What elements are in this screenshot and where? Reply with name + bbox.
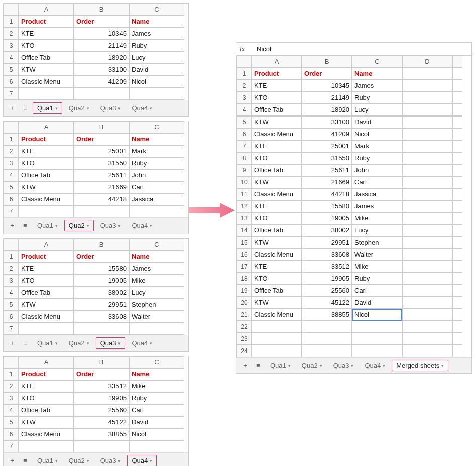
header-order[interactable]: Order [302,68,352,80]
add-sheet-button[interactable]: + [7,457,18,464]
cell-product[interactable]: KTO [252,152,302,164]
row-header[interactable]: 6 [4,311,19,323]
sheet-tab-qua3[interactable]: Qua3▾ [96,337,126,349]
cell-name[interactable]: Stephen [352,237,402,249]
cell-product[interactable]: KTO [19,40,74,52]
empty-cell[interactable] [402,261,452,273]
empty-cell[interactable] [402,176,452,188]
col-header-B[interactable]: B [74,4,129,16]
cell-order[interactable]: 33512 [74,380,129,392]
empty-cell[interactable] [452,261,462,273]
row-header[interactable]: 7 [4,205,19,217]
row-header[interactable]: 10 [236,176,252,188]
col-header-A[interactable]: A [252,56,302,68]
cell-order[interactable]: 44218 [302,188,352,200]
sheet-tab-qua1[interactable]: Qua1▾ [33,455,62,466]
cell-order[interactable]: 33608 [74,311,129,323]
cell-order[interactable]: 33512 [302,261,352,273]
cell-product[interactable]: Classic Menu [252,188,302,200]
empty-cell[interactable] [252,345,302,357]
sheet-tab-qua4[interactable]: Qua4▾ [127,102,157,114]
row-header[interactable]: 23 [236,333,252,345]
chevron-down-icon[interactable]: ▾ [87,341,89,346]
row-header[interactable]: 3 [4,157,19,169]
sheet-tab-qua2[interactable]: Qua2▾ [64,102,94,114]
row-header[interactable]: 6 [4,193,19,205]
col-header-A[interactable]: A [19,121,74,133]
cell-order[interactable]: 19905 [302,273,352,285]
row-header[interactable]: 11 [236,188,252,200]
cell-order[interactable]: 18920 [74,52,129,64]
cell-name[interactable]: Lucy [352,224,402,237]
cell-product[interactable]: Office Tab [252,104,302,116]
empty-cell[interactable] [402,128,452,140]
cell-product[interactable]: KTO [19,275,74,287]
row-header[interactable]: 1 [4,368,19,380]
empty-cell[interactable] [452,68,462,80]
empty-cell[interactable] [452,224,462,237]
row-header[interactable]: 19 [236,285,252,297]
cell-name[interactable]: John [352,164,402,176]
empty-cell[interactable] [402,92,452,104]
cell-name[interactable]: Jassica [129,193,184,205]
header-order[interactable]: Order [74,251,129,263]
cell-product[interactable]: KTE [19,28,74,40]
col-header-B[interactable]: B [74,121,129,133]
cell-name[interactable]: James [352,200,402,212]
row-header[interactable]: 7 [236,140,252,152]
cell-name[interactable]: David [129,64,184,76]
cell-product[interactable]: Office Tab [252,285,302,297]
cell-name[interactable]: Ruby [129,40,184,52]
sheet-tab-qua2[interactable]: Qua2▾ [64,337,94,349]
sheet-tab-qua3[interactable]: Qua3▾ [329,360,359,371]
empty-cell[interactable] [402,164,452,176]
cell-name[interactable]: Ruby [352,273,402,285]
empty-cell[interactable] [452,188,462,200]
col-header-B[interactable]: B [74,239,129,251]
cell-order[interactable]: 29951 [302,237,352,249]
chevron-down-icon[interactable]: ▾ [150,341,152,346]
chevron-down-icon[interactable]: ▾ [118,341,121,346]
chevron-down-icon[interactable]: ▾ [150,106,152,111]
row-header[interactable]: 4 [4,404,19,416]
row-header[interactable]: 7 [4,323,19,335]
cell-product[interactable]: KTE [252,200,302,212]
empty-cell[interactable] [352,345,402,357]
chevron-down-icon[interactable]: ▾ [87,223,89,228]
row-header[interactable]: 22 [236,321,252,333]
cell-product[interactable]: KTW [252,116,302,128]
empty-cell[interactable] [452,92,462,104]
col-header-A[interactable]: A [19,356,74,368]
cell-product[interactable]: KTW [19,181,74,193]
cell-order[interactable]: 10345 [74,28,129,40]
row-header[interactable]: 4 [236,104,252,116]
col-header-B[interactable]: B [74,356,129,368]
cell-name[interactable]: Nicol [352,309,402,321]
add-sheet-button[interactable]: + [7,339,18,347]
corner-cell[interactable] [4,239,19,251]
empty-cell[interactable] [19,88,74,100]
cell-product[interactable]: KTW [252,297,302,309]
row-header[interactable]: 24 [236,345,252,357]
cell-order[interactable]: 33608 [302,249,352,261]
row-header[interactable]: 20 [236,297,252,309]
cell-name[interactable]: Mike [129,380,184,392]
sheet-tab-qua3[interactable]: Qua3▾ [96,220,126,231]
empty-cell[interactable] [402,345,452,357]
cell-name[interactable]: David [352,297,402,309]
empty-cell[interactable] [302,321,352,333]
sheet-tab-qua2[interactable]: Qua2▾ [297,360,327,371]
cell-product[interactable]: Classic Menu [19,311,74,323]
cell-order[interactable]: 25001 [74,145,129,157]
empty-cell[interactable] [402,321,452,333]
row-header[interactable]: 1 [4,251,19,263]
row-header[interactable]: 3 [4,392,19,404]
header-name[interactable]: Name [129,16,184,28]
cell-name[interactable]: Nicol [129,428,184,440]
row-header[interactable]: 5 [4,299,19,311]
empty-cell[interactable] [402,309,452,321]
cell-product[interactable]: Classic Menu [252,249,302,261]
cell-name[interactable]: Walter [352,249,402,261]
row-header[interactable]: 1 [4,16,19,28]
cell-name[interactable]: Carl [352,285,402,297]
